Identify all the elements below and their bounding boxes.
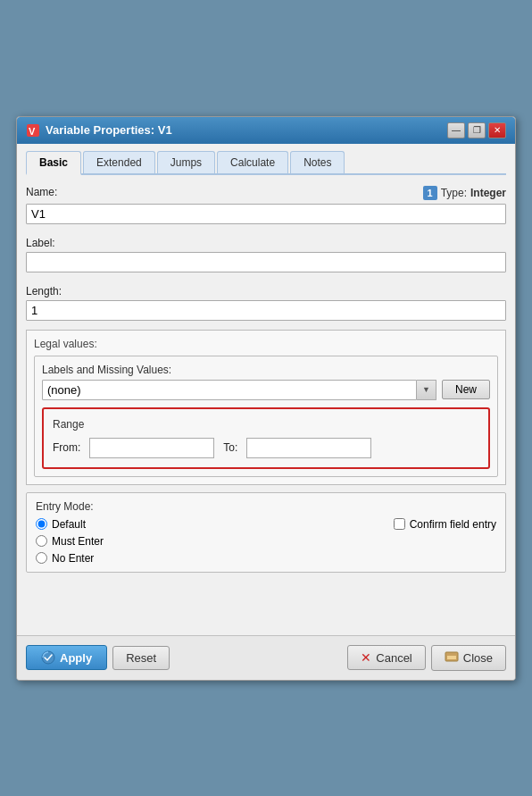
close-title-button[interactable]: ✕ <box>488 122 506 138</box>
radio-default-input[interactable] <box>36 518 47 530</box>
apply-button[interactable]: Apply <box>26 645 107 670</box>
type-value: Integer <box>470 187 506 199</box>
dropdown-container: (none) ▼ <box>42 380 436 400</box>
name-input[interactable] <box>26 204 506 224</box>
range-fields: From: To: <box>53 438 479 458</box>
type-badge: 1 Type: Integer <box>423 186 506 200</box>
svg-text:V: V <box>29 126 36 137</box>
legal-values-title: Legal values: <box>34 338 498 350</box>
legal-values-section: Legal values: Labels and Missing Values:… <box>26 330 506 485</box>
labels-missing-box: Labels and Missing Values: (none) ▼ New … <box>34 356 498 477</box>
svg-rect-5 <box>447 654 456 656</box>
type-number: 1 <box>423 186 437 200</box>
window-body: Basic Extended Jumps Calculate Notes Nam… <box>17 144 515 635</box>
name-row: Name: 1 Type: Integer <box>26 186 506 201</box>
app-icon: V <box>26 123 40 138</box>
entry-mode-section: Entry Mode: Default Must Enter No Enter <box>26 492 506 573</box>
range-box: Range From: To: <box>42 407 490 469</box>
entry-mode-title: Entry Mode: <box>36 500 496 513</box>
length-section: Length: <box>26 281 506 324</box>
dropdown-arrow-icon[interactable]: ▼ <box>417 380 436 400</box>
range-title: Range <box>53 418 479 431</box>
confirm-checkbox[interactable] <box>394 518 405 530</box>
labels-dropdown[interactable]: (none) <box>42 380 417 400</box>
tab-jumps[interactable]: Jumps <box>157 151 215 173</box>
restore-button[interactable]: ❐ <box>468 122 486 138</box>
new-button[interactable]: New <box>442 380 490 399</box>
radio-no-enter-input[interactable] <box>36 552 47 564</box>
length-label: Length: <box>26 285 506 297</box>
apply-label: Apply <box>60 651 92 665</box>
name-section: Name: 1 Type: Integer <box>26 182 506 228</box>
entry-mode-content: Default Must Enter No Enter Confirm fiel… <box>36 518 496 565</box>
from-input[interactable] <box>89 438 214 458</box>
to-label: To: <box>223 441 237 454</box>
svg-point-2 <box>42 651 54 664</box>
tab-bar: Basic Extended Jumps Calculate Notes <box>26 151 506 175</box>
label-section: Label: <box>26 233 506 276</box>
close-button[interactable]: Close <box>431 645 506 671</box>
to-input[interactable] <box>246 438 371 458</box>
title-bar-controls: — ❐ ✕ <box>447 122 506 138</box>
radio-must-enter[interactable]: Must Enter <box>36 535 104 548</box>
window-title: Variable Properties: V1 <box>46 123 172 137</box>
radio-no-enter[interactable]: No Enter <box>36 552 104 565</box>
close-label: Close <box>463 651 493 665</box>
label-label: Label: <box>26 237 506 249</box>
from-label: From: <box>53 441 80 454</box>
type-label: Type: <box>441 187 467 199</box>
labels-missing-row: (none) ▼ New <box>42 380 490 400</box>
labels-missing-title: Labels and Missing Values: <box>42 364 490 376</box>
tab-basic[interactable]: Basic <box>26 151 81 175</box>
radio-must-enter-input[interactable] <box>36 535 47 547</box>
title-bar-left: V Variable Properties: V1 <box>26 123 172 138</box>
confirm-label: Confirm field entry <box>410 518 496 531</box>
spacer <box>26 573 506 626</box>
tab-calculate[interactable]: Calculate <box>217 151 288 173</box>
radio-must-enter-label: Must Enter <box>52 535 104 548</box>
bottom-bar: Apply Reset ✕ Cancel Close <box>17 635 515 680</box>
tab-notes[interactable]: Notes <box>290 151 345 173</box>
radio-default-label: Default <box>52 518 86 531</box>
radio-default[interactable]: Default <box>36 518 104 531</box>
close-icon <box>445 650 459 666</box>
reset-button[interactable]: Reset <box>112 646 170 670</box>
radio-group: Default Must Enter No Enter <box>36 518 104 565</box>
cancel-label: Cancel <box>376 651 411 665</box>
cancel-icon: ✕ <box>361 650 371 665</box>
length-input[interactable] <box>26 300 506 321</box>
tab-extended[interactable]: Extended <box>83 151 155 173</box>
minimize-button[interactable]: — <box>447 122 465 138</box>
title-bar: V Variable Properties: V1 — ❐ ✕ <box>17 117 515 144</box>
confirm-field: Confirm field entry <box>394 518 496 531</box>
label-input[interactable] <box>26 252 506 272</box>
name-label: Name: <box>26 186 57 198</box>
radio-no-enter-label: No Enter <box>52 552 94 565</box>
main-window: V Variable Properties: V1 — ❐ ✕ Basic Ex… <box>16 116 516 681</box>
cancel-button[interactable]: ✕ Cancel <box>347 645 425 670</box>
apply-icon <box>41 650 55 665</box>
